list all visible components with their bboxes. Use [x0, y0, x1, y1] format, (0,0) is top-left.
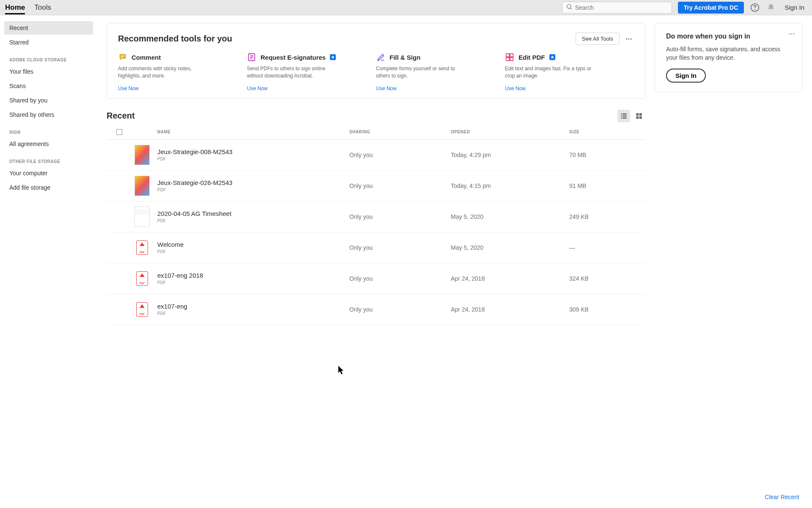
svg-rect-17 [623, 115, 627, 116]
signin-card: Do more when you sign in Auto-fill forms… [655, 23, 803, 92]
tool-desc: Edit text and images fast. Fix a typo or… [505, 65, 598, 80]
files-header-row: NAME SHARING OPENED SIZE [107, 125, 645, 140]
file-row[interactable]: PDF ex107-eng PDF Only you Apr 24, 2018 … [107, 294, 645, 325]
search-box[interactable] [562, 2, 672, 14]
notifications-icon[interactable] [766, 3, 776, 13]
see-all-tools-button[interactable]: See All Tools [576, 33, 620, 45]
clear-recent-link[interactable]: Clear Recent [765, 494, 799, 500]
svg-point-0 [567, 4, 571, 8]
sidebar-item-sign-0[interactable]: All agreements [4, 137, 93, 151]
pdf-file-icon: PDF [136, 240, 148, 255]
file-sharing: Only you [349, 275, 451, 282]
file-row[interactable]: PDF ex107-eng 2018 PDF Only you Apr 24, … [107, 263, 645, 294]
tool-2: Fill & Sign Complete forms yourself or s… [376, 52, 505, 91]
file-row[interactable]: 2020-04-05 AG Timesheet PDF Only you May… [107, 202, 645, 232]
tool-desc: Add comments with sticky notes, highligh… [118, 65, 211, 80]
premium-badge-icon [549, 54, 555, 60]
signin-card-desc: Auto-fill forms, save signatures, and ac… [666, 45, 791, 62]
file-sharing: Only you [349, 213, 451, 220]
file-size: 91 MB [569, 182, 645, 189]
col-size[interactable]: SIZE [569, 130, 645, 134]
tool-use-now-link[interactable]: Use Now [376, 86, 492, 91]
tool-use-now-link[interactable]: Use Now [118, 86, 234, 91]
svg-rect-8 [121, 57, 123, 57]
col-opened[interactable]: OPENED [451, 130, 569, 134]
file-name: Welcome [157, 241, 349, 248]
signin-card-more-icon[interactable] [788, 30, 796, 39]
col-name[interactable]: NAME [157, 130, 349, 134]
svg-rect-20 [636, 113, 639, 116]
sidebar-item-other-0[interactable]: Your computer [4, 166, 93, 180]
topbar-signin-link[interactable]: Sign In [782, 4, 807, 11]
files-title: Recent [107, 111, 135, 121]
sidebar-item-cloud-1[interactable]: Scans [4, 79, 93, 93]
topbar-tabs: Home Tools [5, 1, 51, 14]
signin-card-button[interactable]: Sign In [666, 69, 706, 83]
tool-use-now-link[interactable]: Use Now [505, 86, 621, 91]
pdf-file-icon: PDF [136, 302, 148, 317]
search-icon [566, 3, 573, 12]
file-opened: May 5, 2020 [451, 244, 569, 251]
file-row[interactable]: Jeux-Strategie-008-M2543 PDF Only you To… [107, 140, 645, 171]
svg-rect-21 [639, 113, 642, 116]
file-type: PDF [157, 188, 349, 192]
files-table: NAME SHARING OPENED SIZE Jeux-Strategie-… [107, 125, 645, 325]
file-opened: May 5, 2020 [451, 213, 569, 220]
tool-name: Fill & Sign [390, 54, 420, 61]
svg-point-5 [628, 38, 630, 39]
sidebar-item-cloud-2[interactable]: Shared by you [4, 94, 93, 107]
file-opened: Today, 4:29 pm [451, 152, 569, 158]
main: Recommended tools for you See All Tools … [97, 15, 812, 508]
file-sharing: Only you [349, 182, 451, 189]
list-view-toggle[interactable] [617, 110, 630, 122]
svg-rect-18 [621, 117, 622, 118]
try-acrobat-button[interactable]: Try Acrobat Pro DC [678, 2, 744, 14]
svg-rect-13 [510, 58, 513, 61]
recommended-card: Recommended tools for you See All Tools … [107, 23, 645, 99]
recommended-more-icon[interactable] [624, 34, 634, 44]
file-row[interactable]: PDF Welcome PDF Only you May 5, 2020 — [107, 232, 645, 263]
sidebar-item-top-0[interactable]: Recent [4, 21, 93, 35]
premium-badge-icon [330, 54, 336, 60]
tool-icon-3 [505, 52, 514, 62]
topbar: Home Tools Try Acrobat Pro DC Sign In [0, 0, 812, 15]
file-name: ex107-eng [157, 303, 349, 310]
file-name: ex107-eng 2018 [157, 272, 349, 279]
svg-rect-22 [636, 116, 639, 119]
file-name: Jeux-Strategie-026-M2543 [157, 179, 349, 186]
search-input[interactable] [575, 4, 668, 11]
sidebar-item-cloud-0[interactable]: Your files [4, 65, 93, 78]
file-sharing: Only you [349, 244, 451, 251]
tool-3: Edit PDF Edit text and images fast. Fix … [505, 52, 634, 91]
tab-tools[interactable]: Tools [34, 1, 51, 14]
file-sharing: Only you [349, 152, 451, 158]
svg-rect-16 [621, 115, 622, 116]
tool-icon-2 [376, 52, 385, 62]
grid-view-toggle[interactable] [633, 110, 645, 122]
sidebar-section-cloud: ADOBE CLOUD STORAGE [4, 50, 93, 65]
tool-use-now-link[interactable]: Use Now [247, 86, 363, 91]
file-size: — [569, 244, 645, 251]
help-icon[interactable] [750, 3, 760, 13]
tool-desc: Complete forms yourself or send to other… [376, 65, 469, 80]
sidebar-item-top-1[interactable]: Starred [4, 36, 93, 49]
svg-point-24 [789, 33, 790, 35]
col-sharing[interactable]: SHARING [349, 130, 451, 134]
file-opened: Today, 4:15 pm [451, 182, 569, 189]
svg-rect-14 [621, 113, 622, 114]
file-type: PDF [157, 311, 349, 316]
file-row[interactable]: Jeux-Strategie-026-M2543 PDF Only you To… [107, 171, 645, 202]
sidebar-item-other-1[interactable]: Add file storage [4, 181, 93, 194]
file-type: PDF [157, 157, 349, 161]
file-type: PDF [157, 280, 349, 285]
file-sharing: Only you [349, 306, 451, 313]
sidebar: RecentStarred ADOBE CLOUD STORAGE Your f… [0, 15, 97, 508]
file-name: 2020-04-05 AG Timesheet [157, 210, 349, 217]
file-size: 249 KB [569, 213, 645, 220]
svg-rect-15 [623, 113, 627, 114]
file-opened: Apr 24, 2018 [451, 306, 569, 313]
sidebar-item-cloud-3[interactable]: Shared by others [4, 108, 93, 121]
tab-home[interactable]: Home [5, 1, 25, 14]
svg-rect-7 [121, 55, 124, 56]
select-all-checkbox[interactable] [116, 129, 122, 135]
